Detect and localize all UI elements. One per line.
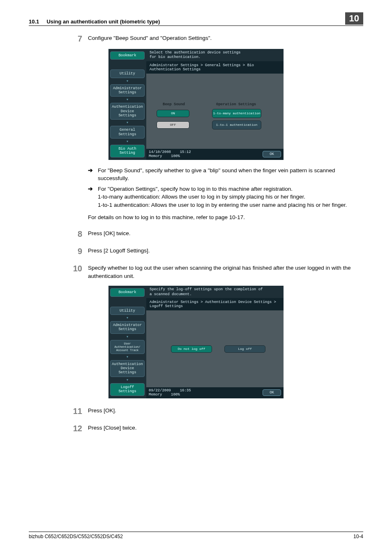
arrow-down-icon: ▾ <box>110 121 145 124</box>
step-number: 7 <box>66 34 88 43</box>
step-number: 9 <box>66 247 88 256</box>
breadcrumb: Administrator Settings > Authentication … <box>146 298 284 310</box>
step-7: 7 Configure "Beep Sound" and "Operation … <box>66 34 363 43</box>
op-1tomany-button[interactable]: 1-to-many authentication <box>212 109 261 118</box>
panel-bio-auth-settings: Bookmark Utility ▾ Administrator Setting… <box>108 49 284 160</box>
panel-sidebar: Bookmark Utility ▾ Administrator Setting… <box>108 49 146 160</box>
arrow-down-icon: ▾ <box>110 140 145 143</box>
arrow-right-icon: ➔ <box>88 185 98 209</box>
step-text: Press [2 Logoff Settings]. <box>88 247 363 256</box>
panel-footer: 14/10/2008 15:12 Memory 100% OK <box>146 149 284 160</box>
beep-on-button[interactable]: ON <box>157 110 189 117</box>
step-9: 9 Press [2 Logoff Settings]. <box>66 247 363 256</box>
sidebar-auth-device[interactable]: Authentication Device Settings <box>110 360 145 377</box>
arrow-down-icon: ▾ <box>110 98 145 101</box>
panel-instruction: Specify the log-off settings upon the co… <box>146 286 284 297</box>
step-text: Press [OK]. <box>88 407 363 416</box>
page-header: 10.1 Using an authentication unit (biome… <box>29 12 363 26</box>
footer-time: 16:35 <box>180 388 191 393</box>
panel-logoff-settings: Bookmark Utility ▾ Administrator Setting… <box>108 286 284 398</box>
note-beep-sound: ➔ For "Beep Sound", specify whether to g… <box>88 166 363 183</box>
breadcrumb: Administrator Settings > General Setting… <box>146 61 284 74</box>
arrow-down-icon: ▾ <box>110 356 145 358</box>
beep-off-button[interactable]: OFF <box>157 121 189 129</box>
footer-model: bizhub C652/C652DS/C552/C552DS/C452 <box>29 534 123 539</box>
step-number: 12 <box>66 424 88 433</box>
footer-date: 09/22/2009 <box>149 388 171 393</box>
do-not-log-off-button[interactable]: Do not log off <box>171 345 212 353</box>
step-text: Press [OK] twice. <box>88 229 363 238</box>
page-footer: bizhub C652/C652DS/C552/C552DS/C452 10-4 <box>29 532 363 539</box>
panel-footer: 09/22/2009 16:35 Memory 100% OK <box>146 387 284 398</box>
bookmark-button[interactable]: Bookmark <box>110 288 145 296</box>
panel-instruction: Select the authentication device setting… <box>146 49 284 60</box>
arrow-down-icon: ▾ <box>110 80 145 83</box>
arrow-right-icon: ➔ <box>88 166 98 183</box>
section-title: Using an authentication unit (biometric … <box>46 18 160 25</box>
section-number: 10.1 <box>29 18 39 25</box>
sidebar-general-settings[interactable]: General Settings <box>110 126 145 139</box>
step-text: Specify whether to log out the user when… <box>88 264 363 280</box>
step-10: 10 Specify whether to log out the user w… <box>66 264 363 280</box>
sidebar-admin-settings[interactable]: Administrator Settings <box>110 84 145 97</box>
beep-sound-label: Beep Sound <box>163 102 185 106</box>
step7-followup: For details on how to log in to this mac… <box>88 213 363 222</box>
ok-button[interactable]: OK <box>263 151 281 157</box>
step-number: 8 <box>66 229 88 238</box>
sidebar-logoff-settings[interactable]: Logoff Settings <box>110 383 145 396</box>
note-operation-settings: ➔ For "Operation Settings", specify how … <box>88 185 363 209</box>
footer-time: 15:12 <box>180 150 191 154</box>
step-text: Press [Close] twice. <box>88 424 363 433</box>
footer-page: 10-4 <box>353 534 363 539</box>
arrow-down-icon: ▾ <box>110 317 145 319</box>
step-number: 11 <box>66 407 88 416</box>
footer-mem-label: Memory <box>149 393 162 397</box>
op-1to1-button[interactable]: 1-to-1 authentication <box>212 120 261 130</box>
step-8: 8 Press [OK] twice. <box>66 229 363 238</box>
footer-date: 14/10/2008 <box>149 150 171 154</box>
log-off-button[interactable]: Log off <box>224 345 265 353</box>
panel-sidebar: Bookmark Utility ▾ Administrator Setting… <box>108 286 146 398</box>
sidebar-bio-auth[interactable]: Bio Auth Setting <box>110 145 145 157</box>
section-heading: 10.1 Using an authentication unit (biome… <box>29 18 160 25</box>
footer-mem-val: 100% <box>171 154 180 158</box>
sidebar-utility[interactable]: Utility <box>110 69 145 78</box>
sidebar-auth-device[interactable]: Authentication Device Settings <box>110 103 145 120</box>
arrow-down-icon: ▾ <box>110 335 145 338</box>
footer-mem-label: Memory <box>149 154 162 158</box>
footer-mem-val: 100% <box>171 393 180 397</box>
operation-settings-label: Operation Settings <box>216 102 256 106</box>
step-11: 11 Press [OK]. <box>66 407 363 416</box>
bookmark-button[interactable]: Bookmark <box>110 51 145 60</box>
chapter-number: 10 <box>345 12 363 25</box>
step-12: 12 Press [Close] twice. <box>66 424 363 433</box>
ok-button[interactable]: OK <box>263 389 281 396</box>
step-text: Configure "Beep Sound" and "Operation Se… <box>88 34 363 43</box>
sidebar-utility[interactable]: Utility <box>110 307 145 315</box>
sidebar-admin-settings[interactable]: Administrator Settings <box>110 321 145 334</box>
arrow-down-icon: ▾ <box>110 379 145 382</box>
sidebar-user-auth[interactable]: User Authentication/ Account Track <box>110 340 145 354</box>
step-number: 10 <box>66 264 88 280</box>
